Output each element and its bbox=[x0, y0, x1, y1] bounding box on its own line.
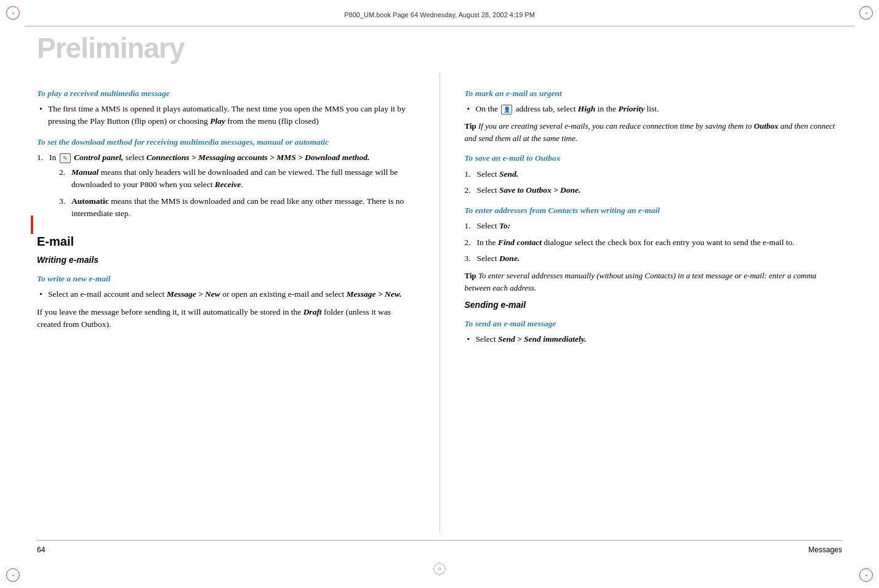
heading-play-mms: To play a received multimedia message bbox=[37, 88, 415, 99]
heading-mark-urgent: To mark an e-mail as urgent bbox=[465, 88, 843, 99]
reg-mark-bottom-center bbox=[432, 562, 447, 579]
svg-point-0 bbox=[434, 563, 445, 574]
tip-comma: Tip To enter several addresses manually … bbox=[465, 270, 843, 294]
reg-mark-br bbox=[859, 568, 873, 582]
section-play-mms: To play a received multimedia message Th… bbox=[37, 88, 415, 128]
dash-item-manual: Manual means that only headers will be d… bbox=[59, 166, 415, 191]
heading-download-method: To set the download method for receiving… bbox=[37, 137, 415, 148]
list-send-email: Select Send > Send immediately. bbox=[465, 333, 843, 345]
tip-label-1: Tip bbox=[465, 121, 476, 131]
section-save-outbox: To save an e-mail to Outbox Select Send.… bbox=[465, 153, 843, 196]
page-number: 64 bbox=[37, 546, 45, 554]
section-write-email: To write a new e-mail Select an e-mail a… bbox=[37, 273, 415, 331]
list-save-outbox: Select Send. Select Save to Outbox > Don… bbox=[465, 168, 843, 197]
write-email-para: If you leave the message before sending … bbox=[37, 306, 415, 331]
dash-sublist: Manual means that only headers will be d… bbox=[49, 166, 415, 220]
heading-save-outbox: To save an e-mail to Outbox bbox=[465, 153, 843, 164]
page: P800_UM.book Page 64 Wednesday, August 2… bbox=[0, 0, 879, 588]
list-enter-addresses: Select To: In the Find contact dialogue … bbox=[465, 220, 843, 265]
heading-write-email: To write a new e-mail bbox=[37, 273, 415, 284]
tip-outbox: Tip If you are creating several e-mails,… bbox=[465, 120, 843, 144]
list-item: Select Done. bbox=[465, 252, 843, 265]
list-item: In ✎ Control panel, select Connections >… bbox=[37, 151, 415, 220]
right-column: To mark an e-mail as urgent On the 👤 add… bbox=[440, 73, 843, 533]
list-mark-urgent: On the 👤 address tab, select High in the… bbox=[465, 103, 843, 115]
list-item: Select Save to Outbox > Done. bbox=[465, 184, 843, 196]
list-item: Select To: bbox=[465, 220, 843, 232]
tip-label-2: Tip bbox=[465, 271, 476, 280]
top-rule bbox=[25, 26, 854, 26]
reg-mark-tr bbox=[859, 6, 873, 20]
list-item: Select an e-mail account and select Mess… bbox=[37, 288, 415, 300]
list-item: Select Send. bbox=[465, 168, 843, 180]
dash-item-automatic: Automatic means that the MMS is download… bbox=[59, 195, 415, 220]
page-title: Preliminary bbox=[37, 34, 842, 62]
section-download-method: To set the download method for receiving… bbox=[37, 137, 415, 220]
list-item: On the 👤 address tab, select High in the… bbox=[465, 103, 843, 115]
control-panel-icon: ✎ bbox=[60, 153, 71, 163]
page-footer: 64 Messages bbox=[37, 540, 842, 554]
heading-send-email: To send an e-mail message bbox=[465, 318, 843, 329]
sending-email-subheading: Sending e-mail bbox=[465, 300, 843, 310]
list-write-email: Select an e-mail account and select Mess… bbox=[37, 288, 415, 300]
svg-point-1 bbox=[438, 568, 441, 570]
footer-section: Messages bbox=[808, 546, 842, 554]
list-item: Select Send > Send immediately. bbox=[465, 333, 843, 345]
section-mark-urgent: To mark an e-mail as urgent On the 👤 add… bbox=[465, 88, 843, 115]
list-item: The first time a MMS is opened it plays … bbox=[37, 103, 415, 128]
section-enter-addresses: To enter addresses from Contacts when wr… bbox=[465, 205, 843, 265]
left-column: To play a received multimedia message Th… bbox=[37, 73, 415, 533]
list-play-mms: The first time a MMS is opened it plays … bbox=[37, 103, 415, 128]
left-bar-marker bbox=[31, 215, 33, 234]
email-heading: E-mail bbox=[37, 235, 415, 249]
page-content: Preliminary To play a received multimedi… bbox=[37, 34, 842, 554]
reg-mark-tl bbox=[6, 6, 20, 20]
list-item: In the Find contact dialogue select the … bbox=[465, 236, 843, 249]
heading-enter-addresses: To enter addresses from Contacts when wr… bbox=[465, 205, 843, 216]
file-header: P800_UM.book Page 64 Wednesday, August 2… bbox=[37, 11, 842, 18]
address-tab-icon: 👤 bbox=[501, 105, 512, 115]
reg-mark-bl bbox=[6, 568, 20, 582]
section-send-email: To send an e-mail message Select Send > … bbox=[465, 318, 843, 345]
columns-container: To play a received multimedia message Th… bbox=[37, 73, 842, 533]
list-download-method: In ✎ Control panel, select Connections >… bbox=[37, 151, 415, 220]
writing-emails-subheading: Writing e-mails bbox=[37, 255, 415, 265]
